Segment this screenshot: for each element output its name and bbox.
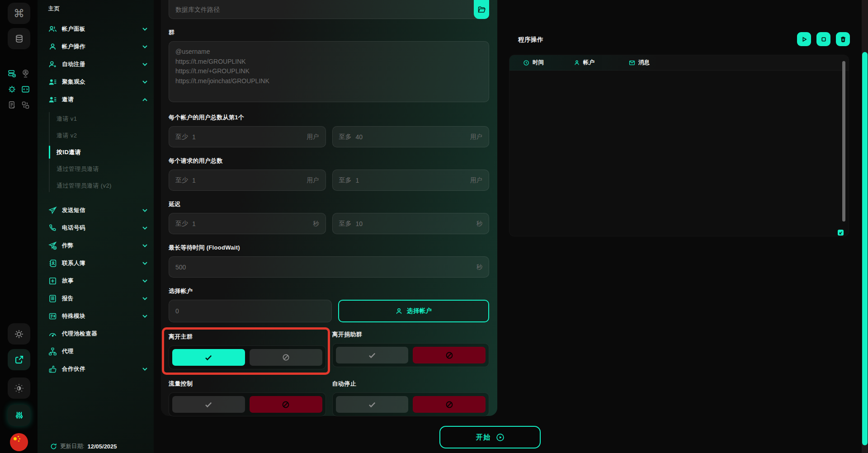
start-button[interactable]: 开始 xyxy=(439,426,541,448)
floodwait-input[interactable] xyxy=(175,264,473,271)
sidebar-item-label: 故事 xyxy=(62,277,74,285)
submenu-item-invite-by-id[interactable]: 按ID邀请 xyxy=(38,144,154,160)
db-path-row xyxy=(169,0,489,19)
chevron-down-icon xyxy=(142,262,147,265)
sidebar-item-phone-numbers[interactable]: 电话号码 xyxy=(38,219,154,237)
sidebar-item-label: 联系人簿 xyxy=(62,260,85,267)
autoscroll-handle[interactable] xyxy=(838,230,844,236)
preferences-button[interactable] xyxy=(8,405,30,426)
play-circle-icon xyxy=(496,433,505,442)
sidebar-item-send-sms[interactable]: 发送短信 xyxy=(38,202,154,219)
icon-rail: ⌘ xyxy=(0,0,38,453)
toggle-no-button[interactable] xyxy=(250,396,322,413)
min-users-per-request-field[interactable]: 至少 1 用户 xyxy=(169,170,326,191)
sidebar-nav: 主页 帐户面板 帐 xyxy=(38,0,154,453)
stop-icon xyxy=(820,36,827,43)
sidebar-item-reports[interactable]: 报告 xyxy=(38,290,154,307)
red-highlight-box: 离开主群 xyxy=(162,327,330,375)
swap-icon[interactable] xyxy=(21,100,30,109)
operations-title: 程序操作 xyxy=(518,36,543,44)
chevron-down-icon xyxy=(142,80,147,84)
sidebar-item-contacts-book[interactable]: 联系人簿 xyxy=(38,255,154,272)
chevron-down-icon xyxy=(142,315,147,318)
toggle-yes-button[interactable] xyxy=(172,349,245,366)
accounts-count-field[interactable] xyxy=(169,300,332,322)
leave-donor-group-block: 离开捐助群 xyxy=(332,330,490,369)
person-camera-icon[interactable] xyxy=(21,69,30,78)
delay-row: 至少 1 秒 至多 10 秒 xyxy=(169,213,489,234)
folder-open-icon xyxy=(477,5,486,14)
sidebar-item-label: 聚集观众 xyxy=(62,78,85,86)
column-account: 帐户 xyxy=(574,59,629,66)
max-users-per-account-field[interactable]: 至多 40 用户 xyxy=(332,126,490,147)
sidebar-item-cheat[interactable]: 作弊 xyxy=(38,237,154,255)
table-scrollbar[interactable] xyxy=(842,61,845,222)
toggle-yes-button[interactable] xyxy=(336,396,409,413)
chevron-down-icon xyxy=(142,226,147,230)
chevron-down-icon xyxy=(142,45,147,48)
max-delay-field[interactable]: 至多 10 秒 xyxy=(332,213,490,234)
database-button[interactable] xyxy=(8,28,30,49)
toggle-yes-button[interactable] xyxy=(172,396,245,413)
sidebar-item-proxy[interactable]: 代理 xyxy=(38,343,154,360)
select-accounts-button[interactable]: 选择帐户 xyxy=(338,300,490,322)
sidebar-item-invite[interactable]: 邀请 xyxy=(38,91,154,109)
sidebar-item-label: 代理池检查器 xyxy=(62,330,97,338)
document-check-icon[interactable] xyxy=(7,100,16,109)
toggle-no-button[interactable] xyxy=(413,347,486,363)
envelope-icon xyxy=(629,60,635,66)
ban-icon xyxy=(445,400,454,409)
toggle-yes-button[interactable] xyxy=(336,347,409,363)
code-window-icon[interactable] xyxy=(21,85,30,94)
submenu-item-invite-v1[interactable]: 邀请 v1 xyxy=(38,110,154,127)
user-list-icon xyxy=(48,95,57,104)
theme-button[interactable] xyxy=(8,378,30,399)
toggle-no-button[interactable] xyxy=(250,349,322,366)
external-link-button[interactable] xyxy=(8,349,30,370)
settings-button[interactable] xyxy=(8,323,30,344)
min-users-per-account-field[interactable]: 至少 1 用户 xyxy=(169,126,326,147)
sidebar-item-label: 作弊 xyxy=(62,242,74,250)
sidebar-item-partners[interactable]: 合作伙伴 xyxy=(38,360,154,378)
play-icon xyxy=(801,36,808,43)
sidebar-item-account-actions[interactable]: 帐户操作 xyxy=(38,38,154,56)
groups-field xyxy=(169,41,489,104)
toggle-no-button[interactable] xyxy=(413,396,486,413)
browse-file-button[interactable] xyxy=(474,0,489,19)
page-scrollbar-track[interactable] xyxy=(862,0,868,453)
floodwait-field[interactable]: 秒 xyxy=(169,256,489,278)
sidebar-item-stories[interactable]: 故事 xyxy=(38,272,154,290)
submenu-item-invite-v2[interactable]: 邀请 v2 xyxy=(38,127,154,144)
sidebar-item-label: 合作伙伴 xyxy=(62,365,85,373)
refresh-icon[interactable] xyxy=(50,443,57,450)
sidebar-item-proxy-checker[interactable]: 代理池检查器 xyxy=(38,325,154,343)
database-icon xyxy=(14,34,24,43)
command-button[interactable]: ⌘ xyxy=(8,3,30,24)
stop-button[interactable] xyxy=(816,32,830,46)
sidebar-item-home[interactable]: 主页 xyxy=(38,0,154,13)
sidebar-item-account-panel[interactable]: 帐户面板 xyxy=(38,20,154,38)
bot-gear-icon[interactable] xyxy=(7,85,16,94)
page-scrollbar-thumb[interactable] xyxy=(862,52,868,445)
gauge-icon xyxy=(48,330,57,338)
sidebar-item-label: 发送短信 xyxy=(62,207,85,214)
accounts-count-input[interactable] xyxy=(175,307,325,315)
trash-icon xyxy=(840,36,847,43)
min-delay-field[interactable]: 至少 1 秒 xyxy=(169,213,326,234)
clear-log-button[interactable] xyxy=(836,32,850,46)
db-path-field[interactable] xyxy=(169,0,489,19)
language-button[interactable] xyxy=(10,433,28,451)
run-button[interactable] xyxy=(797,32,811,46)
check-icon xyxy=(368,400,377,409)
submenu-item-invite-via-admin-v2[interactable]: 通过管理员邀请 (v2) xyxy=(38,177,154,194)
max-users-per-request-field[interactable]: 至多 1 用户 xyxy=(332,170,490,191)
auto-stop-toggle xyxy=(332,392,490,416)
sidebar-item-auto-register[interactable]: 自动注册 xyxy=(38,56,154,73)
sidebar-item-label: 自动注册 xyxy=(62,61,85,68)
submenu-item-invite-via-admin[interactable]: 通过管理员邀请 xyxy=(38,160,154,177)
groups-textarea[interactable] xyxy=(169,41,489,102)
sidebar-item-gather-audience[interactable]: 聚集观众 xyxy=(38,73,154,91)
server-check-icon[interactable] xyxy=(7,69,16,78)
sidebar-item-special-modules[interactable]: 特殊模块 xyxy=(38,307,154,325)
db-path-input[interactable] xyxy=(175,6,467,13)
